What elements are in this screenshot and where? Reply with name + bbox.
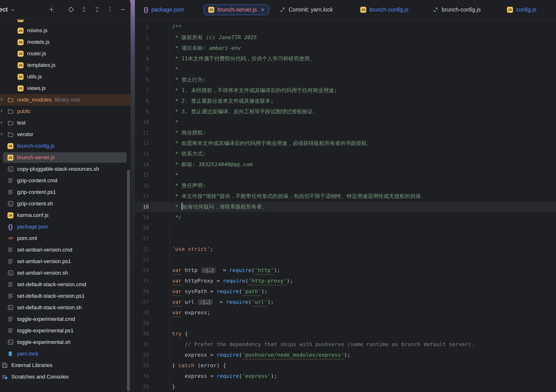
code-line-20[interactable]: 20 xyxy=(135,223,556,233)
tree-item-gzip-content-ps1[interactable]: gzip-content.ps1 xyxy=(0,186,131,198)
code-line-26[interactable]: 26var sysPath = require('path'); xyxy=(135,286,556,297)
tree-item-models-js[interactable]: JSmodels.js xyxy=(0,36,131,48)
tree-item-router-js[interactable]: JSrouter.js xyxy=(0,48,131,59)
chevron-right-icon[interactable] xyxy=(0,131,3,138)
tree-item-node-modules[interactable]: node_moduleslibrary root xyxy=(0,94,131,106)
expand-all-icon[interactable] xyxy=(81,6,87,13)
tree-item-set-default-stack-version-cmd[interactable]: set-default-stack-version.cmd xyxy=(0,279,131,290)
tab-brunch-config-js[interactable]: brunch-config.js xyxy=(433,7,481,13)
code-line-25[interactable]: 25var httpProxy = require('http-proxy'); xyxy=(135,276,556,286)
terminal-icon xyxy=(7,304,14,311)
tree-item-mixins-js[interactable]: JSmixins.js xyxy=(0,25,131,36)
tree-item-templates-js[interactable]: JStemplates.js xyxy=(0,59,131,71)
tree-item-package-json[interactable]: {}package.json xyxy=(0,221,131,232)
tree-item-partial[interactable]: JS xyxy=(0,19,131,25)
tab-package-json[interactable]: {}package.json xyxy=(144,7,184,13)
code-line-29[interactable]: 29 xyxy=(135,318,556,329)
code-line-34[interactable]: 34 express = require('express'); xyxy=(135,371,556,381)
tree-item-set-ambari-version-cmd[interactable]: set-ambari-version.cmd xyxy=(0,244,131,256)
code-line-9[interactable]: 9 * 3. 禁止通过反编译、反向工程等手段试图绕过授权验证。 xyxy=(135,106,556,117)
code-line-33[interactable]: 33} catch (error) { xyxy=(135,360,556,371)
tab-brunch-config-js[interactable]: JSbrunch-config.js xyxy=(360,7,408,13)
tree-item-toggle-experimental-cmd[interactable]: toggle-experimental.cmd xyxy=(0,313,131,325)
code-line-8[interactable]: 8 * 2. 禁止重新分发本文件或其修改版本; xyxy=(135,96,556,106)
code-token: ); xyxy=(267,299,274,305)
code-line-14[interactable]: 14 * 邮箱: 3832514048@qq.com xyxy=(135,159,556,170)
code-line-3[interactable]: 3 * 项目名称: ambari-env xyxy=(135,43,556,54)
code-line-4[interactable]: 4 * 11本文件属于付费部分代码，仅供个人学习和研究使用。 xyxy=(135,54,556,64)
code-line-19[interactable]: 19 */ xyxy=(135,212,556,223)
code-line-6[interactable]: 6 * 禁止行为: xyxy=(135,75,556,85)
tree-item-test[interactable]: test xyxy=(0,117,131,129)
tree-item-views-js[interactable]: JSviews.js xyxy=(0,83,131,94)
code-line-24[interactable]: 24var http :{…} = require('http'); xyxy=(135,265,556,276)
tree-item-label: node_modules xyxy=(17,97,52,103)
code-line-13[interactable]: 13 * 联系方式: xyxy=(135,149,556,159)
tree-item-pom-xml[interactable]: </>pom.xml xyxy=(0,232,131,244)
code-line-35[interactable]: 35} xyxy=(135,381,556,392)
tree-item-utils-js[interactable]: JSutils.js xyxy=(0,71,131,83)
code-line-32[interactable]: 32 express = require('pushserve/node_mod… xyxy=(135,350,556,360)
tree-item-toggle-experimental-sh[interactable]: toggle-experimental.sh xyxy=(0,337,131,348)
code-token: require xyxy=(216,352,239,358)
tree-item-external-libraries[interactable]: External Libraries xyxy=(0,360,131,371)
tree-item-brunch-server-js[interactable]: JSbrunch-server.js xyxy=(0,152,131,163)
code-line-16[interactable]: 16 * 责任声明: xyxy=(135,180,556,191)
project-selector-label: ect xyxy=(0,6,8,13)
locate-icon[interactable] xyxy=(68,6,74,13)
chevron-right-icon[interactable] xyxy=(0,108,3,115)
tab-commit-yarn-lock[interactable]: Commit: yarn.lock xyxy=(279,7,333,13)
tree-item-public[interactable]: public xyxy=(0,106,131,117)
tree-item-toggle-experimental-ps1[interactable]: toggle-experimental.ps1 xyxy=(0,325,131,337)
code-line-18[interactable]: 18 * 如有任何疑问，请联系版权所有者。 xyxy=(135,201,556,212)
tree-item-gzip-content-cmd[interactable]: gzip-content.cmd xyxy=(0,175,131,186)
code-line-1[interactable]: 1/** xyxy=(135,22,556,32)
tree-item-brunch-config-js[interactable]: JSbrunch-config.js xyxy=(0,140,131,152)
code-line-21[interactable]: 21 xyxy=(135,233,556,244)
tree-scrollbar[interactable] xyxy=(127,169,130,391)
code-line-12[interactable]: 12 * 如需将本文件或其编译后的代码用于商业用途，必须获得版权所有者的书面授权… xyxy=(135,138,556,149)
code-line-5[interactable]: 5 * xyxy=(135,64,556,75)
code-line-11[interactable]: 11 * 商业授权: xyxy=(135,127,556,138)
project-selector[interactable]: ect xyxy=(0,6,15,13)
code-token: ); xyxy=(344,352,350,358)
more-options-icon[interactable] xyxy=(107,6,113,13)
tab-brunch-server-js[interactable]: JSbrunch-server.js× xyxy=(203,4,269,15)
code-line-27[interactable]: 27var url :{…} = require('url'); xyxy=(135,297,556,307)
code-line-23[interactable]: 23 xyxy=(135,254,556,265)
code-token: (error) { xyxy=(194,362,226,369)
chevron-right-icon[interactable] xyxy=(0,97,3,103)
code-line-17[interactable]: 17 * 本文件按“现状”提供，不附带任何形式的担保，包括但不限于适销性、特定用… xyxy=(135,191,556,201)
line-number: 2 xyxy=(135,32,149,43)
code-token: http xyxy=(182,267,201,273)
code-line-2[interactable]: 2 * 版权所有 (c) JaneTTR 2025 xyxy=(135,32,556,43)
tree-item-vendor[interactable]: vendor xyxy=(0,129,131,140)
code-line-7[interactable]: 7 * 1. 未经授权，不得将本文件或其编译后的代码用于任何商业用途; xyxy=(135,85,556,96)
tree-item-label: utils.js xyxy=(27,74,42,80)
code-line-30[interactable]: 30try { xyxy=(135,329,556,339)
add-icon[interactable] xyxy=(48,6,55,13)
hide-icon[interactable] xyxy=(120,6,126,13)
tree-item-set-default-stack-version-sh[interactable]: set-default-stack-version.sh xyxy=(0,302,131,313)
code-line-15[interactable]: 15 * xyxy=(135,170,556,180)
code-line-22[interactable]: 22'use strict'; xyxy=(135,244,556,254)
code-line-10[interactable]: 10 * xyxy=(135,117,556,127)
folder-icon xyxy=(7,131,14,138)
tree-item-set-ambari-version-sh[interactable]: set-ambari-version.sh xyxy=(0,267,131,279)
chevron-right-icon[interactable] xyxy=(0,120,3,126)
code-line-28[interactable]: 28var express; xyxy=(135,307,556,318)
tab-config-js[interactable]: JSconfig.js xyxy=(507,7,536,13)
tree-item-copy-pluggable-stack-resources-sh[interactable]: copy-pluggable-stack-resources.sh xyxy=(0,163,131,175)
code-line-31[interactable]: 31 // Prefer the dependency that ships w… xyxy=(135,339,556,350)
code-token: 'url' xyxy=(252,299,267,305)
tree-item-set-ambari-version-ps1[interactable]: set-ambari-version.ps1 xyxy=(0,256,131,267)
tree-item-karma-conf-js[interactable]: JSkarma.conf.js xyxy=(0,209,131,221)
collapse-all-icon[interactable] xyxy=(93,6,100,13)
tree-item-set-default-stack-version-ps1[interactable]: set-default-stack-version.ps1 xyxy=(0,290,131,302)
tree-item-gzip-content-sh[interactable]: gzip-content.sh xyxy=(0,198,131,209)
code-editor[interactable]: 1/**2 * 版权所有 (c) JaneTTR 20253 * 项目名称: a… xyxy=(135,20,556,392)
close-icon[interactable]: × xyxy=(261,7,264,13)
tree-item-scratches-and-consoles[interactable]: Scratches and Consoles xyxy=(0,371,131,383)
tree-item-yarn-lock[interactable]: yarn.lock xyxy=(0,348,131,360)
line-number: 26 xyxy=(135,286,149,297)
